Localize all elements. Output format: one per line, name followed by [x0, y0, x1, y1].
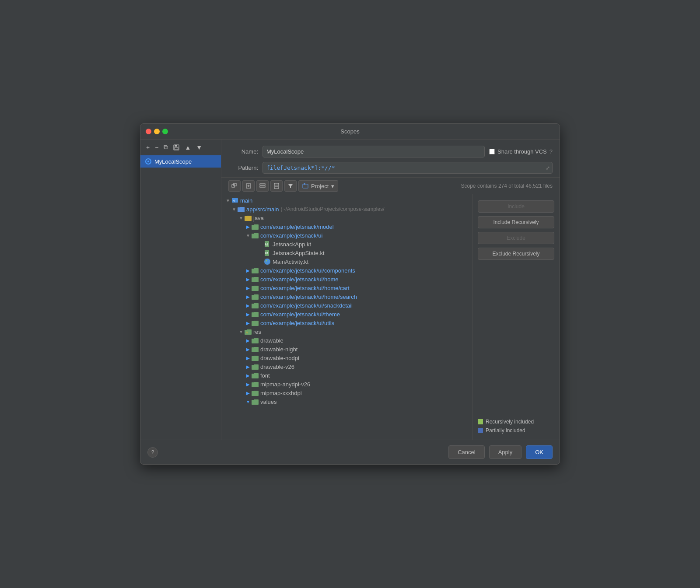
folder-icon [251, 363, 259, 370]
tree-node[interactable]: ▼ R res [221, 327, 472, 336]
tree-node[interactable]: ▼ com/example/jetsnack/ui [221, 231, 472, 240]
include-recursively-button[interactable]: Include Recursively [478, 216, 554, 228]
folder-icon [251, 276, 259, 283]
tree-node[interactable]: ▼ app/src/main (~/AndroidStudioProjects/… [221, 205, 472, 214]
tree-toolbar: Project ▾ Scope contains 274 of total 46… [221, 177, 560, 194]
tree-node[interactable]: ▼ java [221, 214, 472, 222]
folder-icon [244, 214, 252, 221]
tree-label: JetsnackApp.kt [273, 241, 311, 248]
expand-pattern-icon[interactable]: ⤢ [546, 165, 550, 171]
folder-icon [251, 311, 259, 318]
sidebar-item-myscope[interactable]: MyLocalScope [140, 155, 221, 168]
tree-node[interactable]: ▶ drawable-v26 [221, 362, 472, 371]
folder-icon [251, 372, 259, 379]
tree-node[interactable]: ▶ drawable [221, 336, 472, 345]
tree-label: mipmap-anydpi-v26 [260, 381, 310, 388]
svg-rect-10 [260, 184, 265, 185]
close-window-button[interactable] [146, 129, 151, 134]
expand-all-button[interactable] [242, 180, 255, 192]
tree-node[interactable]: ▶ com/example/jetsnack/ui/home [221, 275, 472, 284]
tree-node[interactable]: ▶ com/example/jetsnack/ui/home/cart [221, 284, 472, 292]
tree-section[interactable]: ▼ M main ▼ [221, 194, 472, 440]
tree-node[interactable]: ▶ mipmap-xxxhdpi [221, 388, 472, 397]
move-down-button[interactable]: ▼ [194, 143, 204, 152]
svg-point-23 [264, 259, 270, 265]
folder-icon [251, 381, 259, 388]
help-button[interactable]: ? [147, 447, 158, 458]
copy-scope-button[interactable]: ⧉ [161, 142, 170, 152]
content-area: ▼ M main ▼ [221, 194, 560, 440]
filter-button[interactable] [284, 180, 297, 192]
move-up-button[interactable]: ▲ [182, 143, 193, 152]
sidebar-scope-label: MyLocalScope [154, 158, 192, 165]
exclude-recursively-button[interactable]: Exclude Recursively [478, 248, 554, 260]
svg-text:kt: kt [265, 243, 268, 246]
tree-node[interactable]: ▶ com/example/jetsnack/model [221, 222, 472, 231]
project-selector-label: Project [311, 183, 329, 189]
folder-icon [251, 293, 259, 300]
tree-node[interactable]: ▶ com/example/jetsnack/ui/snackdetail [221, 301, 472, 310]
tree-node[interactable]: ▶ com/example/jetsnack/ui/theme [221, 310, 472, 318]
scope-info: Scope contains 274 of total 46,521 files [461, 183, 553, 189]
tree-label: drawable [260, 337, 284, 344]
tree-label: JetsnackAppState.kt [273, 250, 325, 256]
tree-node[interactable]: ▶ drawable-night [221, 345, 472, 354]
svg-rect-15 [303, 184, 308, 188]
tree-node[interactable]: ▶ font [221, 371, 472, 380]
legend-recursively-included: Recursively included [478, 419, 554, 425]
tree-label: drawable-nodpi [260, 355, 299, 361]
tree-arrow: ▶ [245, 391, 251, 396]
svg-rect-1 [175, 145, 177, 147]
minimize-window-button[interactable] [154, 129, 160, 134]
tree-label: com/example/jetsnack/ui/home/search [260, 294, 357, 300]
svg-rect-12 [274, 183, 279, 189]
tree-node[interactable]: kt JetsnackAppState.kt [221, 248, 472, 257]
folder-icon [251, 354, 259, 361]
traffic-lights [146, 129, 168, 134]
recursively-included-swatch [478, 419, 483, 424]
tree-node[interactable]: ▼ M main [221, 196, 472, 205]
tree-node[interactable]: ▶ mipmap-anydpi-v26 [221, 380, 472, 388]
tree-node[interactable]: MainActivity.kt [221, 257, 472, 266]
tree-label-secondary: (~/AndroidStudioProjects/compose-samples… [280, 206, 384, 212]
tree-node[interactable]: ▶ drawable-nodpi [221, 354, 472, 362]
module-icon: M [231, 197, 239, 204]
tree-label: com/example/jetsnack/ui/theme [260, 311, 340, 318]
cancel-button[interactable]: Cancel [448, 445, 484, 459]
tree-label: com/example/jetsnack/ui/home [260, 276, 338, 283]
show-files-button[interactable] [270, 180, 283, 192]
tree-node[interactable]: ▶ com/example/jetsnack/ui/utils [221, 318, 472, 327]
apply-button[interactable]: Apply [489, 445, 522, 459]
tree-node[interactable]: kt JetsnackApp.kt [221, 240, 472, 248]
folder-icon [237, 206, 245, 213]
folder-icon [251, 284, 259, 291]
tree-node[interactable]: ▶ com/example/jetsnack/ui/home/search [221, 292, 472, 301]
add-scope-button[interactable]: + [144, 143, 152, 152]
tree-node[interactable]: ▼ values [221, 397, 472, 406]
svg-rect-11 [260, 186, 265, 187]
tree-label: app/src/main [246, 206, 279, 213]
include-button[interactable]: Include [478, 200, 554, 213]
tree-label: MainActivity.kt [273, 259, 308, 265]
name-input[interactable] [262, 146, 485, 158]
tree-arrow: ▶ [245, 268, 251, 273]
tree-node[interactable]: ▶ com/example/jetsnack/ui/components [221, 266, 472, 275]
tree-arrow: ▶ [245, 364, 251, 369]
maximize-window-button[interactable] [162, 129, 168, 134]
remove-scope-button[interactable]: − [153, 143, 161, 152]
sidebar: + − ⧉ ▲ ▼ [140, 140, 221, 440]
collapse-all-button[interactable] [228, 180, 241, 192]
save-scope-button[interactable] [171, 143, 182, 152]
exclude-button[interactable]: Exclude [478, 232, 554, 244]
tree-arrow: ▼ [245, 399, 251, 404]
dialog-title: Scopes [340, 128, 359, 135]
pattern-input[interactable] [262, 162, 553, 174]
project-selector[interactable]: Project ▾ [298, 180, 338, 192]
flatten-packages-button[interactable] [256, 180, 269, 192]
share-vcs-help-icon[interactable]: ? [550, 148, 553, 155]
folder-icon [251, 232, 259, 239]
tree-arrow: ▶ [245, 294, 251, 299]
name-row: Name: Share through VCS ? [228, 146, 553, 158]
ok-button[interactable]: OK [526, 445, 553, 459]
share-vcs-checkbox[interactable] [489, 149, 495, 154]
